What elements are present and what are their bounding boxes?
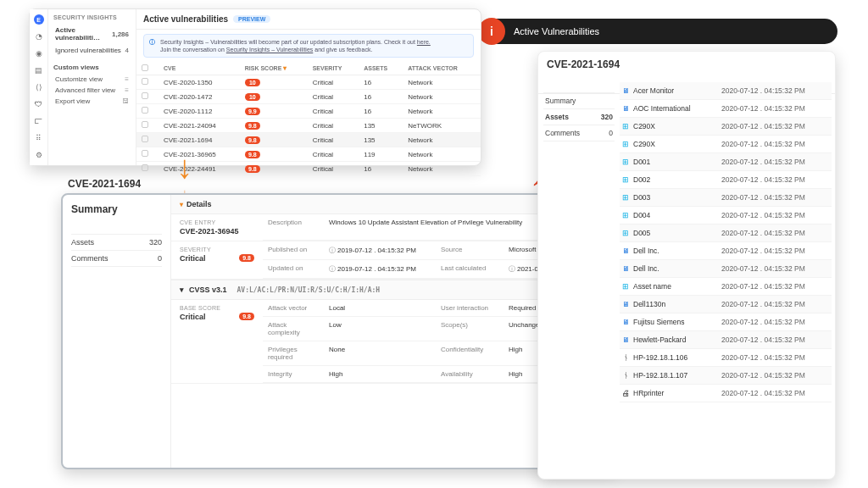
base-score-label: BASE SCORE: [180, 305, 254, 311]
severity-label: SEVERITY: [180, 247, 254, 252]
asset-row[interactable]: ⊞D0022020-07-12 . 04:15:32 PM: [620, 171, 832, 189]
sidebar: SECURITY INSIGHTS Active vulnerabiliti…1…: [48, 9, 136, 165]
row-checkbox[interactable]: [142, 107, 148, 114]
detail-sidebar: Summary Assets320 Comments0: [63, 195, 171, 468]
row-checkbox[interactable]: [142, 150, 148, 157]
asset-row[interactable]: 🖥Fujitsu Siemens2020-07-12 . 04:15:32 PM: [620, 313, 832, 331]
banner-label: Active Vulnerabilities: [514, 26, 599, 36]
col-risk[interactable]: RISK SCORE▾: [240, 62, 308, 75]
asset-row[interactable]: ᚾHP-192.18.1.1062020-07-12 . 04:15:32 PM: [620, 349, 832, 367]
asset-type-icon: 🖥: [620, 260, 632, 277]
asset-type-icon: ⊞: [620, 136, 632, 152]
col-attack-vector[interactable]: ATTACK VECTOR: [403, 62, 481, 75]
asset-type-icon: ⊞: [620, 207, 632, 224]
table-row[interactable]: CVE-2020-11129.9Critical16Network: [136, 104, 481, 119]
assets-row[interactable]: Assets320: [543, 109, 615, 125]
sidebar-custom-item[interactable]: Advanced filter view≡: [53, 85, 131, 96]
asset-row[interactable]: ⊞Asset name2020-07-12 . 04:15:32 PM: [620, 278, 832, 296]
asset-row[interactable]: ⊞D0052020-07-12 . 04:15:32 PM: [620, 225, 832, 242]
col-assets[interactable]: ASSETS: [359, 62, 403, 75]
asset-type-icon: 🖥: [620, 100, 632, 117]
asset-row[interactable]: ⊞D0032020-07-12 . 04:15:32 PM: [620, 189, 832, 207]
summary-comments[interactable]: Comments0: [71, 251, 162, 267]
table-row[interactable]: CVE-2021-16949.8Critical135Network: [136, 133, 481, 147]
row-checkbox[interactable]: [142, 92, 148, 99]
info-icon[interactable]: ⓘ: [509, 264, 517, 274]
cvss-vector: AV:L/AC:L/PR:N/UI:R/S:U/C:H/I:H/A:H: [232, 286, 381, 294]
table-row[interactable]: CVE-2020-135010Critical16Network: [136, 75, 481, 90]
asset-type-icon: ⊞: [620, 153, 632, 170]
asset-row[interactable]: 🖥Dell Inc.2020-07-12 . 04:15:32 PM: [620, 242, 832, 260]
info-icon[interactable]: ⓘ: [329, 246, 337, 255]
sort-desc-icon: ▾: [283, 64, 287, 72]
vuln-detail-panel: CVE-2021-1694 | ✕ Summary Assets320 Comm…: [61, 193, 617, 469]
gear-icon[interactable]: ⚙: [34, 150, 44, 160]
info-icon: ⓘ: [149, 38, 155, 53]
severity-value: Critical: [180, 254, 206, 263]
info-icon[interactable]: ⓘ: [329, 264, 337, 274]
asset-type-icon: 🖥: [620, 82, 632, 99]
select-all-checkbox[interactable]: [142, 64, 148, 71]
row-checkbox[interactable]: [142, 136, 148, 142]
base-score-value: Critical: [180, 313, 206, 321]
chart-icon[interactable]: ⫍: [34, 116, 44, 126]
summary-title: Summary: [71, 203, 162, 215]
asset-list-panel: CVE-2021-1694 NAME▴ FIRST DETECTED Summa…: [537, 51, 836, 480]
asset-row[interactable]: 🖥AOC International2020-07-12 . 04:15:32 …: [620, 100, 832, 118]
asset-row[interactable]: ⊞D0042020-07-12 . 04:15:32 PM: [620, 207, 832, 225]
col-cve[interactable]: CVE: [159, 62, 240, 75]
radar-icon[interactable]: ◉: [34, 48, 44, 58]
row-checkbox[interactable]: [142, 78, 148, 85]
table-row[interactable]: CVE-2021-240949.8Critical135NeTWORK: [136, 119, 481, 133]
main-area: Active vulnerabilities PREVIEW ⓘ Securit…: [136, 9, 481, 165]
severity-score-pill: 9.8: [239, 254, 254, 262]
summary-assets[interactable]: Assets320: [71, 234, 162, 251]
cve-entry-value: CVE-2021-36945: [180, 227, 254, 236]
user-avatar[interactable]: E: [34, 14, 44, 25]
sidebar-custom-item[interactable]: Export view🖫: [53, 96, 131, 107]
asset-type-icon: 🖥: [620, 242, 632, 259]
shield-icon[interactable]: 🛡: [34, 99, 44, 109]
row-checkbox[interactable]: [142, 164, 148, 171]
asset-row[interactable]: 🖥Acer Monitor2020-07-12 . 04:15:32 PM: [620, 82, 832, 100]
asset-row[interactable]: 🖥Hewlett-Packard2020-07-12 . 04:15:32 PM: [620, 331, 832, 349]
asset-type-icon: 🖨: [620, 385, 632, 402]
notice-link-here[interactable]: here.: [417, 39, 431, 45]
asset-summary-sidebar: Summary Assets320 Comments0: [543, 92, 615, 141]
asset-panel-title: CVE-2021-1694: [538, 52, 835, 77]
detail-title: CVE-2021-1694: [68, 178, 141, 190]
info-icon: i: [478, 18, 505, 45]
tree-icon[interactable]: ⠿: [34, 133, 44, 143]
asset-row[interactable]: ⊞C290X2020-07-12 . 04:15:32 PM: [620, 118, 832, 136]
asset-type-icon: ᚾ: [620, 367, 632, 384]
comments-row[interactable]: Comments0: [543, 125, 615, 141]
asset-type-icon: ⊞: [620, 189, 632, 206]
col-severity[interactable]: SEVERITY: [308, 62, 359, 75]
sidebar-item[interactable]: Ignored vulnerabilities4: [53, 44, 131, 57]
asset-type-icon: ⊞: [620, 225, 632, 241]
row-checkbox[interactable]: [142, 121, 148, 128]
sidebar-custom-item[interactable]: Customize view≡: [53, 74, 131, 85]
asset-row[interactable]: 🖥Dell Inc.2020-07-12 . 04:15:32 PM: [620, 260, 832, 278]
sidebar-item[interactable]: Active vulnerabiliti…1,286: [53, 24, 131, 44]
asset-type-icon: 🖥: [620, 331, 632, 348]
caret-down-icon: ▾: [180, 286, 184, 294]
preview-badge: PREVIEW: [233, 15, 270, 23]
summary-row[interactable]: Summary: [543, 92, 615, 109]
notice-link-feedback[interactable]: Security Insights – Vulnerabilities: [226, 47, 313, 53]
asset-row[interactable]: ⊞C290X2020-07-12 . 04:15:32 PM: [620, 136, 832, 153]
vulnerability-master-panel: E ◔ ◉ ▤ ⟨⟩ 🛡 ⫍ ⠿ ⚙ SECURITY INSIGHTS Act…: [29, 8, 481, 166]
notice-banner: ⓘ Security Insights – Vulnerabilities wi…: [143, 34, 474, 58]
list-icon[interactable]: ▤: [34, 65, 44, 75]
dashboard-icon[interactable]: ◔: [34, 31, 44, 42]
asset-row[interactable]: ⊞D0012020-07-12 . 04:15:32 PM: [620, 153, 832, 171]
asset-row[interactable]: 🖨HRprinter2020-07-12 . 04:15:32 PM: [620, 385, 832, 402]
asset-type-icon: ⊞: [620, 171, 632, 188]
code-icon[interactable]: ⟨⟩: [34, 82, 44, 92]
asset-row[interactable]: ᚾHP-192.18.1.1072020-07-12 . 04:15:32 PM: [620, 367, 832, 385]
table-row[interactable]: CVE-2020-147210Critical16Network: [136, 90, 481, 104]
asset-row[interactable]: 🖥Dell1130n2020-07-12 . 04:15:32 PM: [620, 296, 832, 313]
banner-active-vuln: i Active Vulnerabilities: [485, 19, 837, 44]
caret-down-icon: ▾: [180, 201, 183, 208]
nav-iconbar: E ◔ ◉ ▤ ⟨⟩ 🛡 ⫍ ⠿ ⚙: [30, 9, 48, 165]
